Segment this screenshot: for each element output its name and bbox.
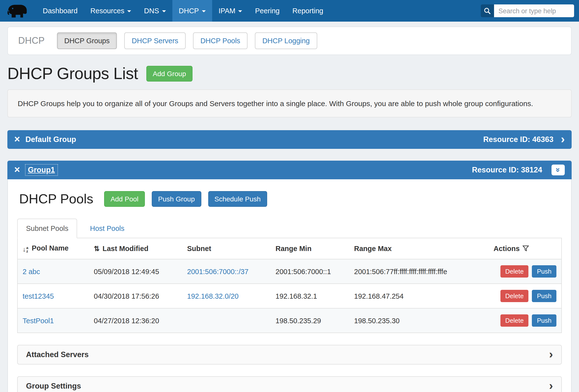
sort-icon: ⇅: [94, 245, 99, 252]
pool-name-link[interactable]: TestPool1: [23, 316, 54, 324]
search-input[interactable]: [494, 4, 574, 17]
subnet-link[interactable]: 2001:506:7000::/37: [187, 267, 248, 275]
tab-subnet-pools[interactable]: Subnet Pools: [17, 219, 77, 238]
nav-item-ipam[interactable]: IPAM: [212, 0, 249, 22]
dhcp-pools-title: DHCP Pools: [19, 191, 93, 207]
col-header-subnet[interactable]: Subnet: [182, 238, 271, 259]
group-settings-section[interactable]: Group Settings ›: [17, 376, 562, 392]
pool-name-link[interactable]: 2 abc: [23, 267, 40, 275]
pool-tabs: Subnet Pools Host Pools: [17, 219, 562, 238]
range-min-cell: 198.50.235.29: [271, 308, 349, 332]
top-navbar: Dashboard Resources DNS DHCP IPAM Peerin…: [0, 0, 579, 22]
nav-label: Peering: [255, 7, 280, 15]
sort-alpha-asc-icon: ↓az: [23, 246, 28, 253]
dhcp-subnav-card: DHCP DHCP Groups DHCP Servers DHCP Pools…: [7, 26, 572, 55]
collapse-group-button[interactable]: »: [552, 164, 565, 175]
table-header-row: ↓azPool Name ⇅Last Modified Subnet Range…: [18, 238, 561, 259]
section-label: Attached Servers: [26, 350, 89, 359]
nav-item-dashboard[interactable]: Dashboard: [36, 0, 84, 22]
col-header-last-modified[interactable]: ⇅Last Modified: [89, 238, 182, 259]
subnet-link[interactable]: 192.168.32.0/20: [187, 292, 239, 300]
col-header-actions[interactable]: Actions: [489, 238, 561, 259]
caret-down-icon: [128, 10, 131, 12]
col-header-pool-name[interactable]: ↓azPool Name: [18, 238, 89, 259]
nav-label: IPAM: [218, 7, 235, 15]
last-modified-cell: 04/27/2018 12:36:20: [89, 308, 182, 332]
nav-item-reporting[interactable]: Reporting: [286, 0, 330, 22]
nav-label: Resources: [90, 7, 125, 15]
chevron-right-icon: ›: [549, 348, 553, 360]
range-min-cell: 2001:506:7000::1: [271, 259, 349, 284]
caret-down-icon: [202, 10, 206, 12]
group-header-default-group[interactable]: × Default Group Resource ID: 46363 ›: [7, 130, 572, 149]
nav-item-resources[interactable]: Resources: [84, 0, 138, 22]
tab-dhcp-logging[interactable]: DHCP Logging: [255, 32, 317, 49]
add-group-button[interactable]: Add Group: [146, 66, 192, 81]
push-pool-button[interactable]: Push: [532, 290, 556, 302]
delete-pool-button[interactable]: Delete: [501, 314, 529, 327]
group1-panel: DHCP Pools Add Pool Push Group Schedule …: [7, 179, 572, 392]
resource-id-label: Resource ID: 38124: [472, 165, 542, 174]
group-name-link[interactable]: Group1: [25, 164, 57, 175]
tab-dhcp-servers[interactable]: DHCP Servers: [125, 32, 186, 49]
tab-dhcp-groups[interactable]: DHCP Groups: [57, 32, 117, 49]
pool-row: test12345 04/30/2018 17:56:26 192.168.32…: [18, 284, 561, 308]
tab-host-pools[interactable]: Host Pools: [82, 219, 133, 238]
delete-pool-button[interactable]: Delete: [501, 290, 529, 302]
filter-icon: [522, 245, 529, 251]
nav-item-peering[interactable]: Peering: [249, 0, 286, 22]
group-header-group1[interactable]: × Group1 Resource ID: 38124 »: [7, 161, 572, 179]
push-pool-button[interactable]: Push: [532, 314, 556, 327]
search-button[interactable]: [481, 4, 494, 17]
range-max-cell: 2001:506:77ff:ffff:ffff:ffff:ffff:fffe: [349, 259, 489, 284]
tab-dhcp-pools[interactable]: DHCP Pools: [193, 32, 247, 49]
group-container-group1: × Group1 Resource ID: 38124 » DHCP Pools…: [7, 161, 572, 392]
last-modified-cell: 04/30/2018 17:56:26: [89, 284, 182, 308]
brand-logo[interactable]: [4, 0, 36, 22]
nav-label: DHCP: [179, 7, 199, 15]
elephant-logo-icon: [7, 3, 28, 18]
add-pool-button[interactable]: Add Pool: [104, 191, 145, 207]
chevron-double-down-icon: »: [554, 168, 562, 172]
nav-label: Dashboard: [43, 7, 77, 15]
search-icon: [484, 7, 491, 14]
nav-label: Reporting: [292, 7, 323, 15]
section-label: Group Settings: [26, 382, 81, 391]
remove-group-icon[interactable]: ×: [14, 164, 20, 174]
push-pool-button[interactable]: Push: [532, 265, 556, 278]
subnet-pools-table: ↓azPool Name ⇅Last Modified Subnet Range…: [17, 238, 562, 333]
page-title: DHCP Groups List: [7, 64, 138, 83]
breadcrumb-title: DHCP: [18, 35, 45, 46]
group-name[interactable]: Default Group: [25, 135, 76, 144]
caret-down-icon: [162, 10, 166, 12]
pool-name-link[interactable]: test12345: [23, 292, 54, 300]
pool-row: 2 abc 05/09/2018 12:49:45 2001:506:7000:…: [18, 259, 561, 284]
resource-id-label: Resource ID: 46363: [483, 135, 553, 144]
page-title-row: DHCP Groups List Add Group: [7, 64, 572, 83]
page-description: DHCP Groups help you to organize all of …: [7, 89, 572, 117]
nav-label: DNS: [144, 7, 159, 15]
last-modified-cell: 05/09/2018 12:49:45: [89, 259, 182, 284]
nav-item-dns[interactable]: DNS: [138, 0, 172, 22]
main-nav: Dashboard Resources DNS DHCP IPAM Peerin…: [36, 0, 330, 22]
range-min-cell: 192.168.32.1: [271, 284, 349, 308]
range-max-cell: 192.168.47.254: [349, 284, 489, 308]
col-header-range-max[interactable]: Range Max: [349, 238, 489, 259]
nav-item-dhcp[interactable]: DHCP: [172, 0, 212, 22]
chevron-right-icon: ›: [549, 380, 553, 391]
delete-pool-button[interactable]: Delete: [501, 265, 529, 278]
chevron-right-icon[interactable]: ›: [561, 133, 565, 145]
pool-row: TestPool1 04/27/2018 12:36:20 198.50.235…: [18, 308, 561, 332]
push-group-button[interactable]: Push Group: [152, 191, 201, 207]
remove-group-icon[interactable]: ×: [14, 134, 20, 144]
search-area: [481, 0, 574, 22]
attached-servers-section[interactable]: Attached Servers ›: [17, 345, 562, 365]
schedule-push-button[interactable]: Schedule Push: [208, 191, 267, 207]
range-max-cell: 198.50.235.30: [349, 308, 489, 332]
col-header-range-min[interactable]: Range Min: [271, 238, 349, 259]
dhcp-pools-header: DHCP Pools Add Pool Push Group Schedule …: [19, 191, 560, 207]
caret-down-icon: [238, 10, 242, 12]
